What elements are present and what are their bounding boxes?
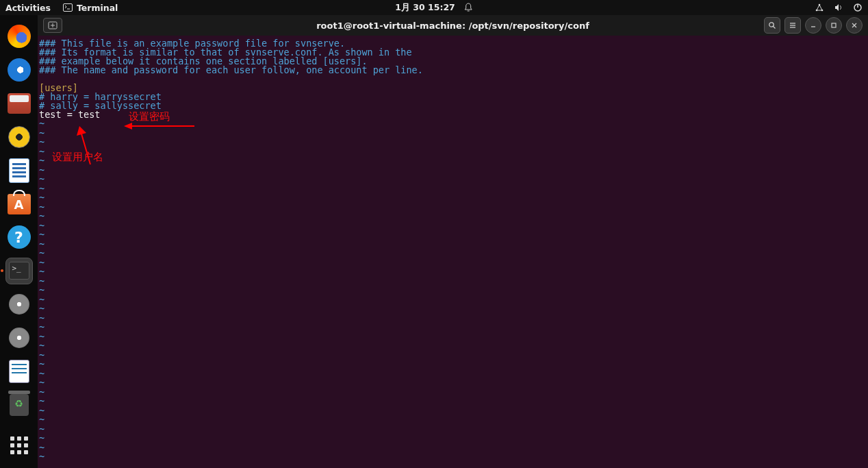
close-button[interactable] [846, 17, 863, 34]
software-icon [8, 194, 31, 214]
dock-writer[interactable] [5, 157, 33, 184]
show-applications[interactable] [5, 432, 33, 458]
search-icon [768, 21, 776, 29]
svg-rect-17 [832, 23, 836, 27]
dock-thunderbird[interactable] [5, 57, 33, 84]
terminal-headerbar: root1@root1-virtual-machine: /opt/svn/re… [38, 15, 868, 36]
terminal-icon [63, 3, 73, 12]
disc-icon [9, 294, 29, 315]
trash-icon [10, 394, 29, 416]
svg-marker-21 [124, 123, 132, 130]
vim-status-line: -- INSERT -- 8,2 All [38, 458, 868, 468]
topbar-app[interactable]: Terminal [63, 3, 118, 13]
gnome-topbar: Activities Terminal 1月 30 15:27 [0, 0, 868, 15]
new-tab-button[interactable] [43, 18, 62, 33]
annotation-label-password: 设置密码 [129, 112, 170, 121]
rhythmbox-icon [8, 126, 30, 148]
minimize-icon [810, 22, 817, 29]
menu-icon [789, 21, 797, 29]
dock-disc-1[interactable] [5, 291, 33, 318]
editor-line: ### The name and password for each user … [38, 66, 423, 75]
dock-terminal[interactable] [5, 258, 33, 284]
apps-grid-icon [10, 436, 28, 454]
search-button[interactable] [764, 17, 780, 34]
todo-icon [9, 360, 29, 383]
minimize-button[interactable] [805, 17, 821, 34]
maximize-icon [830, 22, 837, 29]
editor-entry: test = test [38, 110, 100, 120]
maximize-button[interactable] [826, 17, 842, 34]
dock-help[interactable]: ? [5, 224, 33, 251]
network-icon[interactable] [815, 3, 824, 12]
files-icon [8, 93, 31, 114]
new-tab-icon [48, 21, 58, 29]
window-title: root1@root1-virtual-machine: /opt/svn/re… [316, 21, 589, 31]
disc-icon [9, 328, 29, 348]
notification-icon[interactable] [463, 3, 473, 12]
firefox-icon [8, 25, 31, 48]
dock-trash[interactable] [5, 391, 33, 418]
terminal-window: root1@root1-virtual-machine: /opt/svn/re… [38, 15, 868, 468]
terminal-app-icon [9, 262, 29, 280]
annotation-label-username: 设置用户名 [52, 152, 103, 162]
svg-line-12 [774, 27, 776, 29]
dock-software[interactable] [5, 190, 33, 217]
writer-icon [9, 158, 29, 183]
hamburger-menu[interactable] [784, 17, 801, 34]
topbar-app-label: Terminal [77, 3, 118, 13]
dock-todo[interactable] [5, 358, 33, 385]
activities-button[interactable]: Activities [5, 3, 51, 13]
annotation-arrow-username [38, 112, 99, 181]
help-icon: ? [8, 225, 31, 249]
dock-files[interactable] [5, 90, 33, 117]
dock-disc-2[interactable] [5, 325, 33, 352]
svg-marker-23 [77, 126, 86, 136]
thunderbird-icon [8, 58, 31, 82]
power-icon[interactable] [853, 3, 863, 12]
dock-rhythmbox[interactable] [5, 124, 33, 151]
close-icon [851, 22, 858, 29]
dock: ? [0, 15, 38, 468]
terminal-body[interactable]: ### This file is an example password fil… [38, 36, 868, 468]
svg-point-11 [769, 23, 774, 27]
volume-icon[interactable] [834, 3, 843, 12]
topbar-datetime[interactable]: 1月 30 15:27 [395, 2, 455, 14]
dock-firefox[interactable] [5, 23, 33, 50]
svg-rect-0 [63, 4, 72, 12]
